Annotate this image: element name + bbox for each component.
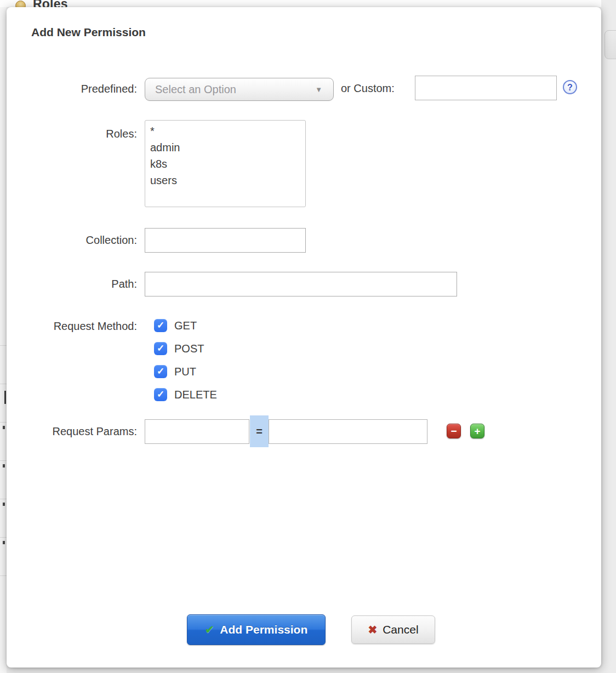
roles-option-any[interactable]: * [145,123,305,139]
checkbox-delete-label: DELETE [174,388,217,402]
check-icon: ✔ [205,623,215,636]
check-icon: ✓ [157,320,164,330]
add-permission-button[interactable]: ✔Add Permission [187,614,326,645]
row-divider [0,345,7,346]
check-icon: ✓ [157,343,164,353]
request-method-row: Request Method: ✓ GET ✓ POST ✓ PUT ✓ DEL… [7,319,601,407]
background-bottom-strip [0,668,616,673]
x-icon: ✖ [368,624,377,636]
roles-label: Roles: [7,126,137,142]
remove-param-button[interactable]: − [447,424,461,438]
chevron-down-icon: ▼ [315,78,322,101]
checkbox-put-label: PUT [174,365,196,379]
path-label: Path: [7,272,137,296]
roles-option-k8s[interactable]: k8s [145,156,305,172]
add-permission-button-label: Add Permission [220,623,307,636]
checkbox-post[interactable]: ✓ [154,342,167,355]
check-icon: ✓ [157,389,164,400]
roles-icon [15,1,26,7]
background-clipped-text [3,426,5,429]
background-clipped-text [3,464,5,467]
background-clipped-text [3,541,5,544]
request-params-row: Request Params: = − + [7,415,601,448]
custom-permission-input[interactable] [415,76,557,100]
dialog-actions: ✔Add Permission ✖Cancel [7,614,601,647]
background-clipped-text [3,503,5,506]
row-divider [0,499,7,499]
background-partial-button [604,30,616,59]
predefined-label: Predefined: [7,76,137,102]
row-divider [0,575,7,576]
add-param-button[interactable]: + [470,424,484,438]
row-divider [0,422,7,423]
row-divider [0,384,7,384]
collection-row: Collection: [7,228,601,253]
collection-label: Collection: [7,228,137,253]
roles-listbox[interactable]: * admin k8s users [145,120,306,207]
path-row: Path: [7,272,601,296]
or-custom-label: or Custom: [341,76,395,101]
background-right-strip [601,0,616,673]
background-page-header: Roles [0,0,616,7]
param-key-input[interactable] [145,419,249,444]
checkbox-delete[interactable]: ✓ [154,388,167,401]
checkbox-get-label: GET [174,319,197,333]
checkbox-put[interactable]: ✓ [154,365,167,378]
request-params-label: Request Params: [7,419,137,443]
cancel-button-label: Cancel [383,623,418,636]
equals-separator: = [250,415,269,447]
predefined-row: Predefined: Select an Option ▼ or Custom… [7,76,601,107]
background-page-title: Roles [33,0,68,7]
dialog-title: Add New Permission [31,26,146,39]
checkbox-post-label: POST [174,342,204,356]
roles-option-admin[interactable]: admin [145,139,305,156]
param-value-input[interactable] [269,419,427,444]
row-divider [0,460,7,461]
collection-input[interactable] [145,228,306,253]
roles-option-users[interactable]: users [145,172,305,189]
predefined-select-value: Select an Option [155,78,236,100]
roles-row: Roles: * admin k8s users [7,120,601,208]
add-permission-dialog: Add New Permission Predefined: Select an… [7,7,601,668]
row-divider [0,537,7,538]
help-icon[interactable]: ? [563,80,577,94]
background-left-strip [0,7,7,673]
background-clipped-text [4,391,6,404]
checkbox-get[interactable]: ✓ [154,319,167,332]
check-icon: ✓ [157,366,164,377]
predefined-select[interactable]: Select an Option ▼ [145,78,334,101]
path-input[interactable] [145,272,457,296]
request-method-label: Request Method: [7,319,137,333]
cancel-button[interactable]: ✖Cancel [351,615,435,644]
